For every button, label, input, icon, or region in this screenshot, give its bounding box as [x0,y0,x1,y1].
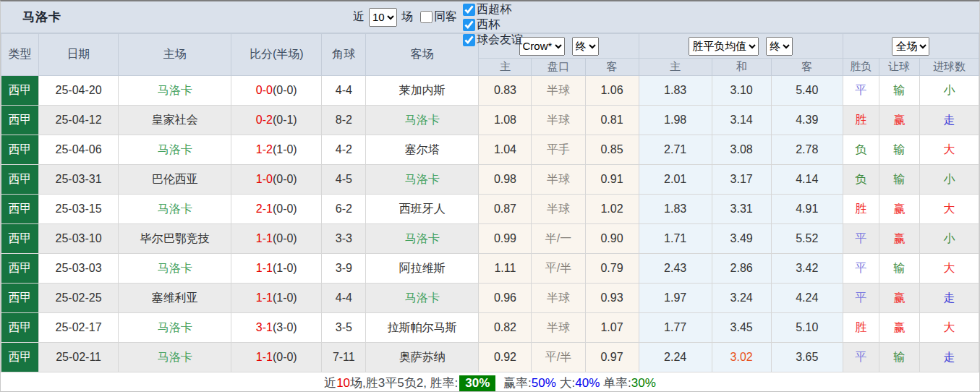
bookmaker-select[interactable]: Crow* [519,37,565,56]
sub-header-euro-draw: 和 [712,59,771,76]
col-header-date: 日期 [39,34,119,76]
score-cell: 0-0(0-0) [231,76,322,106]
halftime-score: (1-0) [273,262,297,274]
euro-away-odds-cell: 4.14 [771,165,843,195]
league-cell: 西甲 [1,284,39,313]
score-cell: 1-1(0-0) [231,343,322,372]
euro-draw-odds-cell: 3.45 [712,313,771,343]
match-scope-select[interactable]: 全场 [892,37,929,56]
match-row: 西甲25-03-31巴伦西亚1-0(0-0)4-5马洛卡0.98半球0.912.… [1,165,979,195]
euro-draw-odds-cell: 3.49 [712,224,771,254]
single-label: 单率: [600,375,631,391]
league-cell: 西甲 [1,165,39,195]
recent-count-select[interactable]: 10 [369,8,397,27]
euro-draw-odds-cell: 3.17 [712,165,771,195]
handicap-result-cell: 赢 [879,313,919,343]
single-rate-value: 30% [631,376,656,391]
summary-bar: 近10场,胜3平5负2, 胜率:30% 赢率:50% 大:40% 单率:30% [1,372,979,392]
summary-prefix: 近 [324,375,336,391]
asian-away-odds-cell: 0.97 [585,343,639,372]
euro-draw-odds-cell: 2.86 [712,254,771,284]
away-team-cell: 马洛卡 [366,284,479,313]
asian-away-odds-cell: 1.07 [585,313,639,343]
handicap-cell: 半/一 [532,224,585,254]
result-cell: 平 [843,76,879,106]
match-row: 西甲25-03-15马洛卡2-1(0-0)6-2西班牙人0.87半球1.021.… [1,195,979,224]
euro-home-odds-cell: 2.24 [639,343,712,372]
asian-home-odds-cell: 1.11 [479,254,532,284]
league-filter-group: 西甲西超杯西杯球会友谊 [463,0,523,48]
win-rate-badge: 30% [459,375,495,391]
league-checkbox[interactable] [463,0,475,1]
result-cell: 平 [843,224,879,254]
score-cell: 1-1(1-0) [231,284,322,313]
date-cell: 25-02-17 [39,313,119,343]
asian-home-odds-cell: 0.96 [479,284,532,313]
corner-cell: 4-2 [322,135,366,165]
fulltime-score: 1-1 [256,351,273,363]
sub-header-handicap-result: 让球 [879,59,919,76]
fulltime-score: 1-1 [256,232,273,244]
goals-result-cell: 小 [919,76,979,106]
date-cell: 25-03-10 [39,224,119,254]
asian-home-odds-cell: 0.82 [479,313,532,343]
league-checkbox[interactable] [463,19,475,31]
home-team-cell: 马洛卡 [119,343,231,372]
euro-odds-type-select[interactable]: 胜平负均值 [689,37,759,56]
fulltime-score: 1-2 [256,143,273,155]
big-label: 大: [556,375,575,391]
asian-home-odds-cell: 0.92 [479,343,532,372]
date-cell: 25-04-20 [39,76,119,106]
home-team-cell: 巴伦西亚 [119,165,231,195]
halftime-score: (1-0) [273,291,297,304]
league-checkbox[interactable] [463,4,475,16]
sub-header-asian-away: 客 [585,59,639,76]
handicap-cell: 平/半 [532,254,585,284]
goals-result-cell: 大 [919,254,979,284]
same-venue-checkbox[interactable] [420,11,433,23]
league-cell: 西甲 [1,343,39,372]
asian-odds-time-select[interactable]: 终 [572,37,599,56]
match-row: 西甲25-02-25塞维利亚1-1(1-0)4-4马洛卡0.96半球0.931.… [1,284,979,313]
away-team-cell: 拉斯帕尔马斯 [366,313,479,343]
euro-home-odds-cell: 2.43 [639,254,712,284]
euro-away-odds-cell: 3.65 [771,343,843,372]
league-filter-4: 球会友谊 [463,33,523,48]
col-header-corner: 角球 [322,34,366,76]
fulltime-score: 0-2 [256,114,273,126]
asian-away-odds-cell: 0.79 [585,254,639,284]
corner-cell: 8-2 [322,106,366,135]
home-team-cell: 马洛卡 [119,195,231,224]
league-checkbox-label: 西杯 [477,17,500,33]
recent-label: 近 [353,9,365,25]
corner-cell: 6-2 [322,195,366,224]
league-checkbox[interactable] [463,34,475,46]
euro-home-odds-cell: 1.71 [639,224,712,254]
handicap-cell: 平/半 [532,343,585,372]
league-cell: 西甲 [1,106,39,135]
home-team-cell: 毕尔巴鄂竞技 [119,224,231,254]
league-filter-3: 西杯 [463,17,523,33]
league-cell: 西甲 [1,195,39,224]
topbar: 马洛卡 近 10 场 同客 西甲西超杯西杯球会友谊 [1,1,979,33]
handicap-cell: 半球 [532,313,585,343]
euro-draw-odds-cell: 3.08 [712,135,771,165]
date-cell: 25-04-06 [39,135,119,165]
result-cell: 胜 [843,313,879,343]
corner-cell: 3-9 [322,254,366,284]
score-cell: 1-1(1-0) [231,254,322,284]
corner-cell: 7-11 [322,343,366,372]
euro-odds-time-select[interactable]: 终 [766,37,793,56]
handicap-result-cell: 赢 [879,224,919,254]
euro-away-odds-cell: 4.24 [771,284,843,313]
handicap-result-cell: 输 [879,76,919,106]
league-cell: 西甲 [1,76,39,106]
handicap-result-cell: 输 [879,343,919,372]
fulltime-score: 2-1 [256,203,273,215]
score-cell: 1-1(0-0) [231,224,322,254]
league-cell: 西甲 [1,224,39,254]
halftime-score: (3-0) [273,321,297,333]
euro-away-odds-cell: 5.10 [771,313,843,343]
corner-cell: 4-4 [322,76,366,106]
fulltime-score: 3-1 [256,321,273,333]
